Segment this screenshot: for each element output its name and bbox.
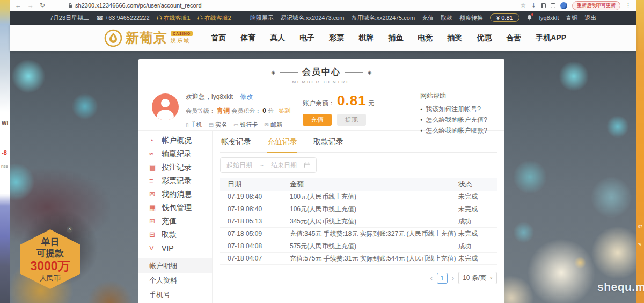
modify-link[interactable]: 修改 (240, 93, 253, 100)
points-value: 0 (262, 107, 266, 114)
pagination: ‹ 1 › 10 条/页 ∨ (220, 272, 497, 284)
cell-status: 未完成 (458, 229, 497, 239)
date-range-input[interactable]: 起始日期 ~ 结束日期 (220, 157, 317, 173)
site-help-block: 网站帮助 我该如何注册帐号? 怎么给我的帐户充值? 怎么给我的帐户取款? (409, 91, 487, 130)
nav-item[interactable]: 棋牌 (358, 33, 374, 43)
browser-menu-icon[interactable]: ⋮ (625, 2, 631, 9)
sidebar-subitem[interactable]: 帐户明细 (138, 258, 212, 273)
balance-unit: 元 (369, 99, 375, 107)
sidebar-item-icon: ≡ (149, 177, 162, 185)
verification-label: 银行卡 (240, 121, 258, 129)
records-tab[interactable]: 帐变记录 (221, 137, 251, 152)
verification-item[interactable]: ▭ 银行卡 (233, 121, 258, 129)
nav-item[interactable]: 彩票 (329, 33, 344, 43)
withdraw-button[interactable]: 提现 (337, 114, 366, 126)
site-topbar: 7月23日星期二 ☎ +63 9465222222 在线客服1 在线客服2 牌照… (10, 11, 636, 25)
help-link[interactable]: 我该如何注册帐号? (420, 104, 487, 114)
nav-item[interactable]: 捕鱼 (388, 33, 403, 43)
sidebar-item[interactable]: ≡ 彩票记录 (138, 174, 212, 187)
verification-label: 实名 (215, 121, 227, 129)
sidebar-item-label: 充值 (162, 217, 177, 226)
sidebar-item[interactable]: ✉ 我的消息 (138, 187, 212, 201)
forward-icon[interactable]: → (27, 2, 34, 9)
side-panel-icon[interactable] (541, 3, 546, 8)
bookmark-star-icon[interactable]: ☆ (520, 2, 526, 9)
verification-item[interactable]: ✉ 邮箱 (264, 121, 282, 129)
promo-line2: 可提款 (36, 248, 64, 259)
background-window-fragment: nse (1, 164, 8, 169)
date-start-placeholder: 起始日期 (226, 161, 252, 170)
background-window-fragment: -8 (2, 149, 7, 156)
sidebar-item-icon: ▤ (149, 163, 162, 171)
background-window-fragment: WI (2, 120, 8, 126)
nav-item[interactable]: 真人 (270, 33, 285, 43)
topbar-logout-link[interactable]: 退出 (584, 14, 596, 22)
table-row: 07-18 04:08 575元(人民币线上充值) 成功 (220, 240, 497, 252)
site-navbar: 新葡京 CASINO 娱乐城 首页 体育 真人 电子 彩票 棋牌 捕鱼 电竞 抽… (10, 25, 636, 51)
browser-profile-avatar[interactable] (560, 2, 567, 9)
verification-item[interactable]: ▤ 实名 (209, 121, 227, 129)
topbar-transfer-link[interactable]: 额度转换 (459, 14, 483, 22)
current-page-button[interactable]: 1 (437, 273, 448, 284)
nav-item[interactable]: 手机APP (536, 33, 566, 43)
download-icon[interactable]: ↧ (531, 2, 536, 9)
help-title: 网站帮助 (420, 91, 487, 100)
sidebar-item[interactable]: ◔ 帐户概况 (138, 134, 212, 147)
decor-line (345, 72, 363, 73)
deposit-button[interactable]: 充值 (303, 114, 332, 126)
page-size-select[interactable]: 10 条/页 ∨ (458, 272, 497, 284)
topbar-balance-pill[interactable]: ¥ 0.81 (490, 13, 519, 22)
decor-diamond-icon: ◈ (271, 70, 275, 75)
sidebar-subitem[interactable]: 手机号 (138, 287, 212, 302)
nav-item[interactable]: 抽奖 (447, 33, 462, 43)
notification-dot (531, 13, 533, 16)
nav-item[interactable]: 首页 (211, 33, 226, 43)
prev-page-icon[interactable]: ‹ (430, 274, 432, 282)
back-icon[interactable]: ← (15, 2, 21, 9)
promo-line1: 单日 (41, 236, 60, 248)
column-header-amount: 金额 (290, 179, 458, 189)
column-header-status: 状态 (458, 179, 497, 189)
records-tab[interactable]: 充值记录 (267, 137, 297, 153)
promo-close-icon[interactable]: × (67, 226, 73, 233)
user-info-block: 欢迎您，lyq8xklt 修改 会员等级： 青铜 会员积分： 0 分 签到 ▯ … (186, 91, 297, 129)
nav-item[interactable]: 电子 (299, 33, 314, 43)
sidebar-item[interactable]: ⊞ 充值 (138, 214, 212, 228)
nav-item[interactable]: 体育 (240, 33, 255, 43)
notification-bell-icon[interactable] (526, 15, 532, 21)
nav-item[interactable]: 优惠 (477, 33, 492, 43)
reload-icon[interactable]: ↻ (40, 2, 45, 9)
site-logo[interactable]: 新葡京 CASINO 娱乐城 (104, 29, 193, 47)
table-header: 日期 金额 状态 (220, 178, 497, 191)
sidebar-item-icon: ✉ (149, 190, 162, 198)
checkin-link[interactable]: 签到 (279, 107, 290, 114)
topbar-username[interactable]: lyq8xklt (539, 15, 559, 21)
verification-icon: ▯ (186, 122, 189, 128)
service1-label: 在线客服1 (164, 14, 191, 22)
sidebar-item[interactable]: ▤ 投注记录 (138, 161, 212, 174)
browser-update-button[interactable]: 重新启动即可更新 (572, 1, 620, 10)
topbar-service1[interactable]: 在线客服1 (157, 14, 191, 22)
sidebar-subitem[interactable]: 个人资料 (138, 273, 212, 287)
records-tab[interactable]: 取款记录 (313, 137, 343, 152)
help-link[interactable]: 怎么给我的帐户充值? (420, 114, 487, 125)
table-row: 07-18 04:07 充值:575元 手续费:31元 实际到账:544元 (人… (220, 252, 497, 265)
nav-item[interactable]: 电竞 (418, 33, 433, 43)
next-page-icon[interactable]: › (452, 274, 454, 282)
extensions-icon[interactable] (551, 3, 555, 8)
sidebar-item-label: 取款 (162, 230, 177, 240)
topbar-deposit-link[interactable]: 充值 (422, 14, 434, 22)
topbar-license-link[interactable]: 牌照展示 (250, 14, 274, 22)
sidebar-item-label: 投注记录 (162, 163, 192, 172)
topbar-domain-primary: 易记域名:xx202473.com (281, 14, 345, 22)
verification-item[interactable]: ▯ 手机 (186, 121, 202, 129)
address-bar[interactable]: sh2300.x12346666.com/pc/user/account_rec… (68, 2, 201, 9)
sidebar-item[interactable]: ⊟ 取款 (138, 228, 212, 241)
topbar-withdraw-link[interactable]: 取款 (441, 14, 452, 22)
verification-icon: ▤ (209, 122, 214, 128)
sidebar-item[interactable]: ▦ 钱包管理 (138, 201, 212, 214)
sidebar-item[interactable]: ≈ 输赢纪录 (138, 147, 212, 161)
topbar-service2[interactable]: 在线客服2 (197, 14, 231, 22)
sidebar-item[interactable]: V VIP (138, 241, 212, 255)
nav-item[interactable]: 合营 (506, 33, 521, 43)
